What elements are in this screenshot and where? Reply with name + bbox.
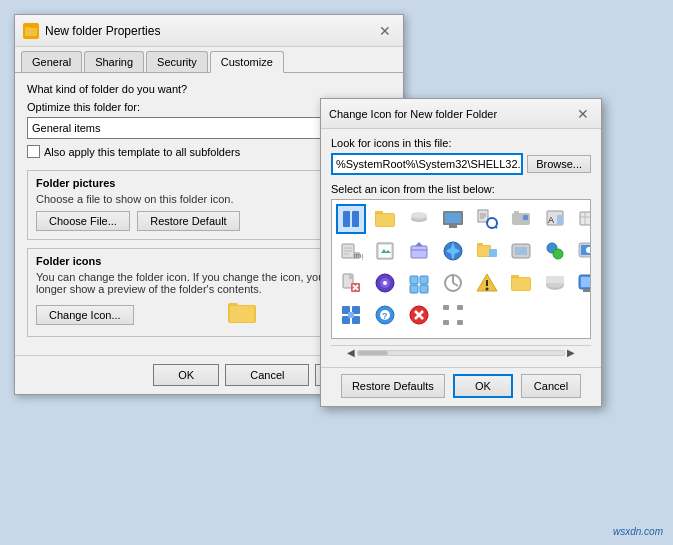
folder-title-icon <box>23 23 39 39</box>
choose-file-button[interactable]: Choose File... <box>36 211 130 231</box>
svg-rect-4 <box>230 306 254 322</box>
svg-rect-85 <box>348 312 354 318</box>
icon-cell-15[interactable] <box>574 236 591 266</box>
watermark: wsxdn.com <box>613 526 663 537</box>
icon-cell-24[interactable] <box>336 300 366 330</box>
svg-rect-1 <box>25 27 30 30</box>
change-icon-dialog: Change Icon for New folder Folder ✕ Look… <box>320 98 602 407</box>
svg-text:A: A <box>548 215 554 225</box>
svg-rect-15 <box>449 225 457 228</box>
what-kind-label: What kind of folder do you want? <box>27 83 391 95</box>
properties-close-button[interactable]: ✕ <box>375 21 395 41</box>
icon-cell-2[interactable] <box>404 204 434 234</box>
svg-rect-23 <box>514 211 519 215</box>
icons-grid: A <box>332 200 590 334</box>
icon-cell-8[interactable]: img <box>336 236 366 266</box>
tab-sharing[interactable]: Sharing <box>84 51 144 72</box>
properties-ok-button[interactable]: OK <box>153 364 219 386</box>
file-path-label: Look for icons in this file: <box>331 137 591 149</box>
svg-rect-46 <box>489 249 497 257</box>
tab-customize[interactable]: Customize <box>210 51 284 73</box>
icon-cell-6[interactable]: A <box>540 204 570 234</box>
icons-grid-container: A <box>331 199 591 339</box>
dialog-title-bar: Change Icon for New folder Folder ✕ <box>321 99 601 129</box>
svg-rect-79 <box>581 277 591 287</box>
dialog-bottom: Restore Defaults OK Cancel <box>321 367 601 406</box>
subfolders-checkbox[interactable] <box>27 145 40 158</box>
icon-cell-12[interactable] <box>472 236 502 266</box>
icon-cell-21[interactable] <box>506 268 536 298</box>
dialog-ok-button[interactable]: OK <box>453 374 513 398</box>
icon-cell-20[interactable] <box>472 268 502 298</box>
icons-list-label: Select an icon from the list below: <box>331 183 591 195</box>
icon-cell-13[interactable] <box>506 236 536 266</box>
restore-default-button[interactable]: Restore Default <box>137 211 239 231</box>
properties-cancel-button[interactable]: Cancel <box>225 364 309 386</box>
icon-cell-4[interactable] <box>472 204 502 234</box>
icon-cell-14[interactable] <box>540 236 570 266</box>
svg-point-71 <box>486 288 489 291</box>
icon-cell-22[interactable] <box>540 268 570 298</box>
tab-security[interactable]: Security <box>146 51 208 72</box>
optimize-value: General items <box>32 122 100 134</box>
icon-cell-7[interactable] <box>574 204 591 234</box>
file-path-input[interactable]: %SystemRoot%\System32\SHELL32.dl <box>331 153 523 175</box>
svg-point-12 <box>411 212 427 218</box>
svg-rect-14 <box>445 213 461 223</box>
svg-rect-9 <box>376 214 394 226</box>
icon-cell-0[interactable] <box>336 204 366 234</box>
file-path-value: %SystemRoot%\System32\SHELL32.dl <box>336 158 523 170</box>
change-icon-button[interactable]: Change Icon... <box>36 305 134 325</box>
icon-cell-5[interactable] <box>506 204 536 234</box>
scrollbar-thumb[interactable] <box>358 351 388 355</box>
icon-cell-10[interactable] <box>404 236 434 266</box>
svg-text:img: img <box>354 252 363 260</box>
icon-cell-3[interactable] <box>438 204 468 234</box>
icon-cell-25[interactable]: ? <box>370 300 400 330</box>
svg-point-61 <box>383 281 387 285</box>
icons-scrollbar[interactable]: ◀ ▶ <box>331 345 591 359</box>
svg-rect-74 <box>512 278 530 290</box>
svg-text:?: ? <box>382 311 388 321</box>
dialog-close-button[interactable]: ✕ <box>573 104 593 124</box>
title-bar-left: New folder Properties <box>23 23 160 39</box>
svg-line-68 <box>453 283 458 286</box>
svg-rect-39 <box>411 246 427 258</box>
icon-cell-11[interactable] <box>438 236 468 266</box>
checkbox-label: Also apply this template to all subfolde… <box>44 146 240 158</box>
tabs-bar: General Sharing Security Customize <box>15 47 403 73</box>
svg-rect-65 <box>420 285 428 293</box>
scroll-left-icon[interactable]: ◀ <box>345 347 357 358</box>
icon-cell-1[interactable] <box>370 204 400 234</box>
svg-rect-63 <box>420 276 428 284</box>
icon-cell-16[interactable] <box>336 268 366 298</box>
title-bar: New folder Properties ✕ <box>15 15 403 47</box>
dialog-title-text: Change Icon for New folder Folder <box>329 108 497 120</box>
svg-rect-94 <box>443 320 449 325</box>
properties-title: New folder Properties <box>45 24 160 38</box>
icon-cell-19[interactable] <box>438 268 468 298</box>
svg-rect-92 <box>443 305 449 310</box>
icon-cell-9[interactable] <box>370 236 400 266</box>
svg-point-51 <box>553 249 563 259</box>
icon-cell-18[interactable] <box>404 268 434 298</box>
svg-rect-24 <box>523 215 528 220</box>
icon-cell-26[interactable] <box>404 300 434 330</box>
icon-cell-17[interactable] <box>370 268 400 298</box>
tab-general[interactable]: General <box>21 51 82 72</box>
svg-line-21 <box>496 227 498 229</box>
dialog-cancel-button[interactable]: Cancel <box>521 374 581 398</box>
svg-marker-40 <box>415 242 423 246</box>
restore-defaults-button[interactable]: Restore Defaults <box>341 374 445 398</box>
scrollbar-track <box>357 350 565 356</box>
svg-rect-64 <box>410 285 418 293</box>
file-path-row: %SystemRoot%\System32\SHELL32.dl Browse.… <box>331 153 591 175</box>
svg-rect-93 <box>457 305 463 310</box>
scroll-right-icon[interactable]: ▶ <box>565 347 577 358</box>
browse-button[interactable]: Browse... <box>527 155 591 173</box>
svg-rect-45 <box>478 246 490 256</box>
icon-cell-23[interactable] <box>574 268 591 298</box>
icon-cell-27[interactable] <box>438 300 468 330</box>
svg-rect-80 <box>583 289 591 292</box>
svg-rect-5 <box>343 211 350 227</box>
